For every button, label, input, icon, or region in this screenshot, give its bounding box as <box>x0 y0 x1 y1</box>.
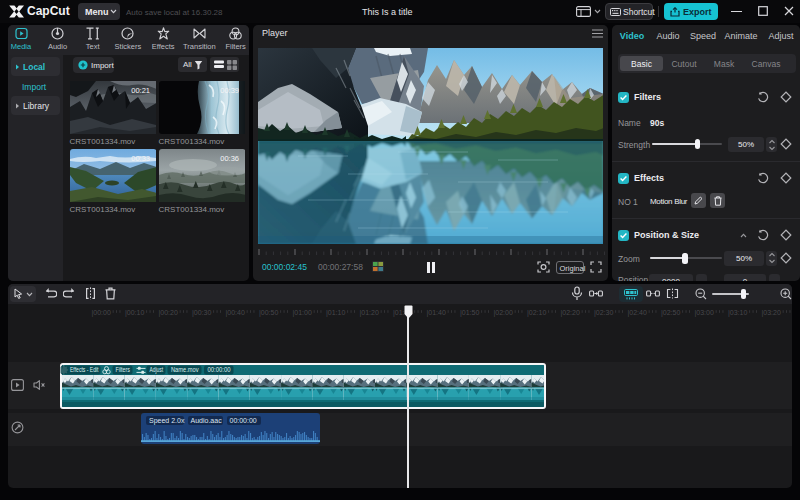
svg-text:|00:20: |00:20 <box>159 309 178 317</box>
svg-text:Filters: Filters <box>116 366 131 373</box>
svg-text:00:36: 00:36 <box>220 154 239 163</box>
svg-text:|00:30: |00:30 <box>192 309 211 317</box>
svg-text:Adjust: Adjust <box>150 366 164 374</box>
svg-text:|01:00: |01:00 <box>293 309 312 317</box>
svg-text:|01:40: |01:40 <box>427 309 446 317</box>
svg-text:|02:30: |02:30 <box>594 309 613 317</box>
svg-text:|03:20: |03:20 <box>762 309 781 317</box>
svg-text:00:33: 00:33 <box>131 154 150 163</box>
svg-text:|01:50: |01:50 <box>460 309 479 317</box>
svg-text:|03:10: |03:10 <box>728 309 747 317</box>
svg-text:|02:00: |02:00 <box>494 309 513 317</box>
svg-text:Name.mov: Name.mov <box>171 366 199 373</box>
svg-text:|02:40: |02:40 <box>628 309 647 317</box>
svg-text:|00:50: |00:50 <box>259 309 278 317</box>
svg-text:00:00:00: 00:00:00 <box>208 366 231 373</box>
svg-text:|00:40: |00:40 <box>226 309 245 317</box>
svg-text:|00:00: |00:00 <box>92 309 111 317</box>
svg-text:|01:20: |01:20 <box>360 309 379 317</box>
svg-text:|00:10: |00:10 <box>125 309 144 317</box>
svg-text:|03:00: |03:00 <box>695 309 714 317</box>
svg-text:|01:10: |01:10 <box>326 309 345 317</box>
svg-text:Effects - Edit: Effects - Edit <box>70 366 99 373</box>
svg-text:|02:50: |02:50 <box>661 309 680 317</box>
svg-text:|02:10: |02:10 <box>527 309 546 317</box>
svg-text:00:21: 00:21 <box>131 86 150 95</box>
svg-text:|02:20: |02:20 <box>561 309 580 317</box>
svg-text:00:39: 00:39 <box>220 86 239 95</box>
